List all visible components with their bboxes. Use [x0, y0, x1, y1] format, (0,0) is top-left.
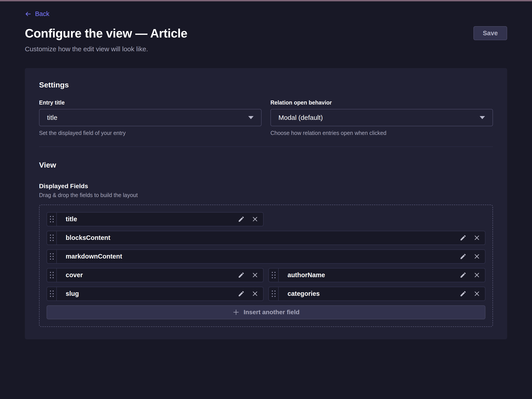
pencil-icon: [460, 234, 467, 241]
cross-icon: [252, 272, 258, 278]
field-row: slug categories: [47, 287, 485, 301]
field-chip[interactable]: categories: [268, 287, 485, 301]
remove-field-button[interactable]: [474, 253, 480, 260]
cross-icon: [252, 291, 258, 297]
drag-handle-icon[interactable]: [269, 287, 279, 300]
field-chip-actions: [460, 287, 485, 300]
edit-field-button[interactable]: [238, 216, 245, 222]
insert-field-label: Insert another field: [244, 309, 299, 316]
settings-heading: Settings: [39, 81, 493, 89]
field-row: markdownContent: [47, 249, 485, 264]
field-chip-actions: [460, 268, 485, 282]
cross-icon: [474, 272, 480, 278]
edit-field-button[interactable]: [460, 290, 467, 297]
pencil-icon: [238, 272, 245, 279]
settings-grid: Entry title title Set the displayed fiel…: [39, 99, 493, 136]
drag-handle-icon[interactable]: [47, 268, 57, 282]
page-subtitle: Customize how the edit view will look li…: [25, 45, 507, 53]
remove-field-button[interactable]: [474, 291, 480, 297]
save-button[interactable]: Save: [473, 26, 507, 40]
relation-open-behavior-hint: Choose how relation entries open when cl…: [270, 130, 493, 136]
entry-title-select[interactable]: title: [39, 109, 262, 126]
field-row: cover authorName: [47, 268, 485, 282]
field-chip-actions: [238, 287, 263, 300]
field-chip[interactable]: blocksContent: [47, 231, 485, 245]
settings-card: Settings Entry title title Set the displ…: [25, 68, 507, 339]
field-chip-label: title: [57, 213, 238, 226]
field-chip-label: categories: [279, 287, 460, 300]
view-heading: View: [39, 161, 493, 169]
drag-handle-icon[interactable]: [47, 250, 57, 263]
field-rows: title blocksContent markdownContent: [47, 212, 485, 301]
field-row: title: [47, 212, 485, 226]
drag-handle-icon[interactable]: [47, 213, 57, 226]
entry-title-value: title: [47, 114, 57, 121]
field-chip[interactable]: slug: [47, 287, 264, 301]
field-chip-actions: [238, 268, 263, 282]
edit-field-button[interactable]: [460, 234, 467, 241]
field-chip-label: cover: [57, 268, 238, 282]
entry-title-label: Entry title: [39, 99, 262, 106]
relation-open-behavior-field: Relation open behavior Modal (default) C…: [270, 99, 493, 136]
entry-title-field: Entry title title Set the displayed fiel…: [39, 99, 262, 136]
field-chip-label: slug: [57, 287, 238, 300]
drag-handle-icon[interactable]: [47, 231, 57, 245]
cross-icon: [252, 216, 258, 222]
field-chip-label: blocksContent: [57, 231, 460, 245]
arrow-left-icon: [25, 11, 32, 17]
pencil-icon: [460, 290, 467, 297]
pencil-icon: [238, 216, 245, 222]
cross-icon: [474, 291, 480, 297]
header-row: Configure the view — Article Save: [25, 26, 507, 40]
remove-field-button[interactable]: [252, 216, 258, 222]
field-chip-actions: [460, 250, 485, 263]
field-chip[interactable]: markdownContent: [47, 249, 485, 264]
entry-title-hint: Set the displayed field of your entry: [39, 130, 262, 136]
field-chip-actions: [460, 231, 485, 245]
drag-handle-icon[interactable]: [269, 268, 279, 282]
field-chip[interactable]: title: [47, 212, 264, 226]
plus-icon: [233, 309, 240, 316]
fields-drop-zone: title blocksContent markdownContent: [39, 205, 493, 327]
page-title: Configure the view — Article: [25, 26, 187, 40]
pencil-icon: [460, 253, 467, 260]
field-chip[interactable]: authorName: [268, 268, 485, 282]
remove-field-button[interactable]: [474, 234, 480, 241]
relation-open-behavior-label: Relation open behavior: [270, 99, 493, 106]
field-chip-actions: [238, 213, 263, 226]
edit-field-button[interactable]: [238, 290, 245, 297]
cross-icon: [474, 234, 480, 241]
cross-icon: [474, 253, 480, 260]
field-chip-label: authorName: [279, 268, 460, 282]
chevron-down-icon: [248, 116, 253, 119]
chevron-down-icon: [480, 116, 485, 119]
back-label: Back: [35, 10, 49, 18]
field-chip[interactable]: cover: [47, 268, 264, 282]
pencil-icon: [238, 290, 245, 297]
remove-field-button[interactable]: [252, 291, 258, 297]
back-link[interactable]: Back: [25, 10, 49, 18]
displayed-fields-subtitle: Drag & drop the fields to build the layo…: [39, 192, 493, 198]
section-divider: [39, 146, 493, 147]
edit-field-button[interactable]: [460, 253, 467, 260]
relation-open-behavior-value: Modal (default): [279, 114, 323, 121]
field-chip-label: markdownContent: [57, 250, 460, 263]
pencil-icon: [460, 272, 467, 279]
configure-view-page: Back Configure the view — Article Save C…: [0, 1, 532, 339]
field-row: blocksContent: [47, 231, 485, 245]
remove-field-button[interactable]: [474, 272, 480, 278]
displayed-fields-title: Displayed Fields: [39, 183, 493, 190]
relation-open-behavior-select[interactable]: Modal (default): [270, 109, 493, 126]
remove-field-button[interactable]: [252, 272, 258, 278]
drag-handle-icon[interactable]: [47, 287, 57, 300]
insert-field-button[interactable]: Insert another field: [47, 305, 485, 319]
edit-field-button[interactable]: [460, 272, 467, 279]
edit-field-button[interactable]: [238, 272, 245, 279]
